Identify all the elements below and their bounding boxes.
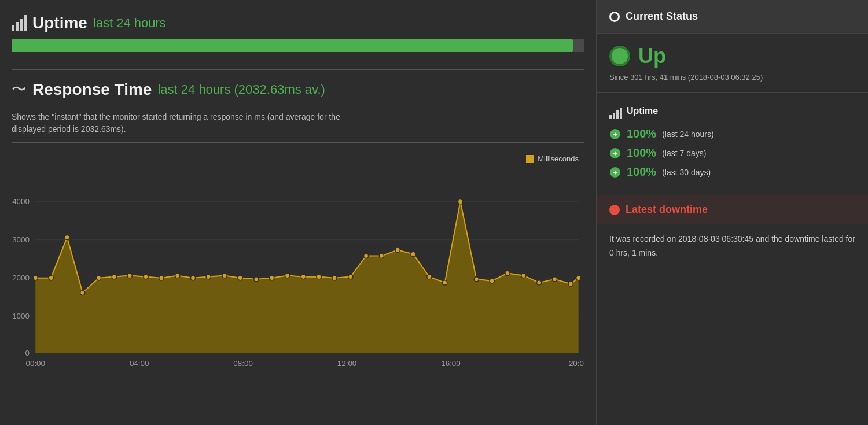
status-up-row: Up	[609, 44, 855, 68]
uptime-row-30d: ✦ 100% (last 30 days)	[609, 165, 855, 179]
data-point	[521, 273, 526, 278]
status-up-block: Up Since 301 hrs, 41 mins (2018-08-03 06…	[597, 34, 868, 93]
uptime-badge-icon-24h: ✦	[609, 128, 621, 140]
data-point	[505, 271, 510, 275]
data-point	[49, 276, 53, 280]
downtime-dot-icon	[609, 205, 620, 215]
data-point	[254, 277, 259, 282]
uptime-bar-container	[12, 39, 584, 52]
wave-icon: 〜	[12, 79, 27, 99]
sidebar: Current Status Up Since 301 hrs, 41 mins…	[596, 0, 868, 425]
svg-text:3000: 3000	[12, 235, 30, 244]
data-point	[427, 275, 432, 279]
latest-downtime-header: Latest downtime	[597, 195, 868, 224]
data-point	[112, 275, 116, 279]
uptime-block: Uptime ✦ 100% (last 24 hours) ✦ 100% (la…	[597, 93, 868, 195]
status-up-text: Up	[638, 44, 666, 68]
data-point	[348, 275, 353, 279]
bar-chart-sidebar-icon	[609, 103, 622, 119]
response-time-title: Response Time	[32, 80, 152, 99]
downtime-text-block: It was recorded on 2018-08-03 06:30:45 a…	[597, 224, 868, 268]
svg-text:08:00: 08:00	[233, 359, 253, 368]
uptime-label-7d: (last 7 days)	[662, 149, 706, 158]
uptime-header: Uptime last 24 hours	[12, 14, 584, 32]
status-since: Since 301 hrs, 41 mins (2018-08-03 06:32…	[609, 73, 855, 82]
data-point	[490, 279, 494, 283]
data-point	[395, 247, 400, 252]
bar-chart-icon	[12, 15, 27, 31]
data-point	[144, 275, 148, 279]
current-status-label: Current Status	[626, 10, 698, 23]
svg-text:2000: 2000	[12, 274, 30, 282]
data-point	[159, 276, 164, 280]
svg-text:16:00: 16:00	[441, 359, 461, 368]
data-point	[65, 235, 69, 239]
data-point	[363, 253, 368, 258]
main-content: Uptime last 24 hours 〜 Response Time las…	[0, 0, 596, 425]
svg-text:4000: 4000	[12, 197, 30, 206]
data-point	[443, 280, 447, 285]
data-point	[33, 276, 38, 280]
uptime-percent-7d: 100%	[627, 146, 656, 160]
response-time-chart: 4000 3000 2000 1000 0	[12, 154, 584, 413]
data-point	[238, 276, 242, 280]
svg-text:12:00: 12:00	[337, 359, 357, 368]
status-outline-icon	[609, 12, 620, 22]
svg-text:✦: ✦	[612, 150, 618, 158]
latest-downtime-label: Latest downtime	[626, 204, 708, 216]
data-point	[285, 273, 289, 278]
uptime-badge-icon-7d: ✦	[609, 147, 621, 159]
svg-text:1000: 1000	[12, 312, 30, 320]
data-point	[379, 253, 384, 258]
chart-divider	[12, 142, 584, 143]
response-time-subtitle: last 24 hours (2032.63ms av.)	[157, 82, 325, 97]
data-point	[317, 275, 321, 279]
svg-text:04:00: 04:00	[130, 359, 149, 368]
svg-text:00:00: 00:00	[25, 359, 45, 368]
chart-container: Milliseconds 4000 3000 2000 1000 0	[12, 154, 584, 413]
data-point	[96, 276, 101, 280]
uptime-row-24h: ✦ 100% (last 24 hours)	[609, 127, 855, 141]
data-point	[222, 273, 227, 278]
uptime-bar-fill	[12, 39, 573, 52]
data-point	[411, 252, 415, 256]
response-time-header: 〜 Response Time last 24 hours (2032.63ms…	[12, 79, 584, 99]
uptime-section: Uptime last 24 hours	[12, 14, 584, 54]
data-point	[474, 277, 479, 282]
data-point	[270, 276, 274, 280]
data-point	[537, 280, 542, 285]
uptime-percent-30d: 100%	[627, 165, 656, 179]
legend-label: Milliseconds	[538, 154, 579, 163]
uptime-sidebar-label: Uptime	[627, 106, 658, 116]
section-divider	[12, 69, 584, 70]
chart-legend: Milliseconds	[526, 154, 579, 163]
uptime-sidebar-header: Uptime	[609, 103, 855, 119]
svg-text:0: 0	[25, 349, 29, 357]
svg-text:20:00: 20:00	[569, 359, 584, 368]
data-point	[301, 275, 306, 279]
uptime-subtitle: last 24 hours	[93, 16, 166, 31]
uptime-title: Uptime	[32, 14, 87, 32]
downtime-text: It was recorded on 2018-08-03 06:30:45 a…	[609, 234, 855, 257]
legend-color-box	[526, 155, 534, 163]
data-point	[80, 290, 85, 295]
data-point	[552, 277, 557, 282]
uptime-row-7d: ✦ 100% (last 7 days)	[609, 146, 855, 160]
data-point	[190, 276, 195, 280]
svg-text:✦: ✦	[612, 169, 618, 177]
data-point	[332, 276, 337, 280]
data-point	[175, 273, 180, 278]
current-status-header: Current Status	[597, 0, 868, 34]
uptime-badge-icon-30d: ✦	[609, 167, 621, 178]
data-point	[568, 282, 573, 286]
response-time-section: 〜 Response Time last 24 hours (2032.63ms…	[12, 79, 584, 413]
response-time-description: Shows the "instant" that the monitor sta…	[12, 111, 584, 135]
uptime-percent-24h: 100%	[627, 127, 656, 141]
data-point	[127, 273, 132, 278]
status-green-icon	[609, 46, 630, 66]
uptime-label-30d: (last 30 days)	[662, 168, 711, 177]
svg-text:✦: ✦	[612, 131, 618, 139]
data-point	[458, 199, 462, 204]
data-point	[576, 276, 581, 280]
data-point	[206, 275, 211, 279]
